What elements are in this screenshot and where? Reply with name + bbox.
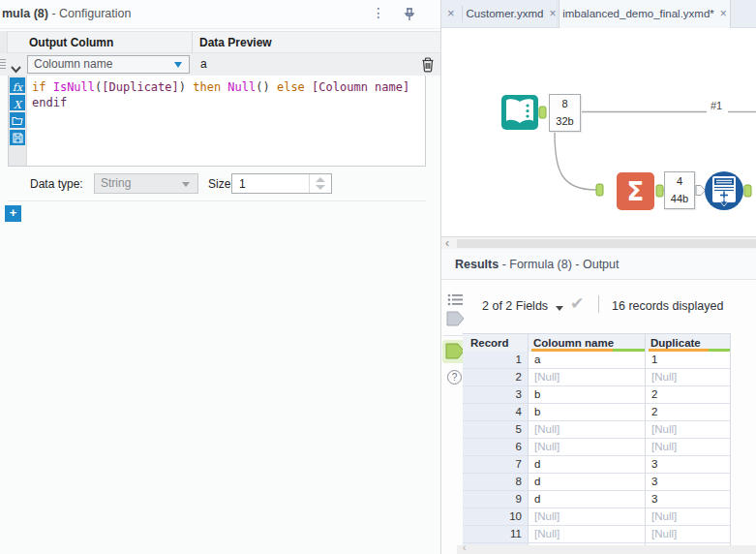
tab-label: Customer.yxmd xyxy=(467,8,544,19)
column-header-record[interactable]: Record xyxy=(463,334,529,352)
data-preview-value: a xyxy=(200,57,207,71)
results-horizontal-scrollbar[interactable]: ‹ xyxy=(457,545,756,554)
scroll-left-icon[interactable]: ‹ xyxy=(445,236,449,250)
apply-check-icon[interactable]: ✔ xyxy=(570,293,584,314)
input-data-tool[interactable] xyxy=(501,95,538,130)
open-folder-icon[interactable] xyxy=(10,112,25,128)
table-row[interactable]: 7d3 xyxy=(463,456,731,474)
data-cell[interactable]: 3 xyxy=(646,491,731,508)
scroll-left-icon[interactable]: ‹ xyxy=(463,542,466,553)
data-cell[interactable]: b xyxy=(529,404,646,421)
formula-editor[interactable]: fx X if IsNull([Duplicate]) then Null() … xyxy=(8,76,426,167)
formula-line: endif xyxy=(32,95,409,110)
data-cell[interactable]: 3 xyxy=(646,474,731,491)
connection-label: #1 xyxy=(709,100,724,111)
table-row[interactable]: 1a1 xyxy=(463,352,731,369)
data-cell[interactable]: d xyxy=(529,474,646,491)
table-row[interactable]: 2[Null][Null] xyxy=(463,369,731,386)
data-cell[interactable]: b xyxy=(529,386,646,404)
table-row[interactable]: 9d3 xyxy=(463,491,731,508)
output-anchor[interactable] xyxy=(744,185,751,197)
help-icon[interactable]: ? xyxy=(447,370,462,385)
record-count: 4 xyxy=(665,172,694,190)
column-header-coloumn-name[interactable]: Coloumn name xyxy=(529,334,646,352)
data-cell[interactable]: [Null] xyxy=(646,526,731,543)
record-number-cell: 4 xyxy=(463,404,529,421)
results-panel: ? 2 of 2 Fields ✔ 16 records displayed R… xyxy=(441,280,756,554)
output-column-dropdown[interactable]: Coloumn name xyxy=(27,55,190,74)
output-anchor[interactable] xyxy=(656,185,663,197)
table-row[interactable]: 11[Null][Null] xyxy=(463,526,731,543)
data-cell[interactable]: [Null] xyxy=(529,439,646,456)
variables-x-icon[interactable]: X xyxy=(10,95,25,110)
fields-selector[interactable]: 2 of 2 Fields xyxy=(482,299,548,313)
dropdown-caret-icon[interactable] xyxy=(556,306,563,311)
stepper-up-icon[interactable] xyxy=(316,177,325,182)
data-cell[interactable]: 1 xyxy=(646,352,731,369)
tab-imbalanced-demo-final-yxmd[interactable]: imbalanced_demo_final.yxmd*× xyxy=(559,0,731,28)
input-anchor[interactable] xyxy=(596,184,603,196)
scrollbar-thumb[interactable] xyxy=(457,239,756,248)
record-number-cell: 8 xyxy=(463,474,529,491)
dropdown-caret-icon xyxy=(174,62,182,68)
formula-expression-text[interactable]: if IsNull([Duplicate]) then Null() else … xyxy=(32,79,409,110)
panel-menu-icon[interactable]: ⋮ xyxy=(372,5,385,20)
data-cell[interactable]: 2 xyxy=(646,386,731,404)
record-number-cell: 5 xyxy=(463,421,529,439)
summarize-tool-annotation[interactable]: 4 44b xyxy=(664,171,695,209)
data-cell[interactable]: [Null] xyxy=(646,508,731,526)
divider xyxy=(598,295,599,313)
add-expression-button[interactable]: + xyxy=(5,205,21,222)
table-row[interactable]: 10[Null][Null] xyxy=(463,508,731,526)
data-cell[interactable]: [Null] xyxy=(646,421,731,439)
tab-close-icon[interactable]: × xyxy=(720,7,727,20)
expression-grid-header: Output Column Data Preview xyxy=(0,31,440,53)
data-cell[interactable]: 2 xyxy=(646,404,731,421)
output-anchor[interactable] xyxy=(539,107,546,118)
tab-customer-yxmd[interactable]: Customer.yxmd× xyxy=(466,0,558,28)
record-number-cell: 11 xyxy=(463,526,529,543)
profile-list-icon[interactable] xyxy=(447,292,464,310)
formula-toolbar: fx X xyxy=(9,76,27,166)
data-cell[interactable]: [Null] xyxy=(646,369,731,386)
table-row[interactable]: 8d3 xyxy=(463,474,731,491)
data-type-row: Data type: String Size: 1 xyxy=(0,171,440,198)
summarize-tool[interactable]: Σ xyxy=(617,172,654,210)
workflow-canvas[interactable]: Σ 8 32b 4 xyxy=(441,28,756,236)
delete-expression-icon[interactable] xyxy=(420,56,436,73)
data-cell[interactable]: a xyxy=(529,352,646,369)
table-row[interactable]: 5[Null][Null] xyxy=(463,421,731,439)
stepper-down-icon[interactable] xyxy=(316,185,325,190)
drag-handle-icon[interactable] xyxy=(0,59,6,69)
functions-fx-icon[interactable]: fx xyxy=(10,77,25,93)
data-cell[interactable]: [Null] xyxy=(529,508,646,526)
data-cell[interactable]: d xyxy=(529,491,646,508)
data-cell[interactable]: [Null] xyxy=(529,421,646,439)
data-quality-bar-green xyxy=(709,349,730,352)
input-anchor-icon[interactable] xyxy=(446,311,465,330)
expression-row[interactable]: Coloumn name a xyxy=(0,53,440,76)
save-icon[interactable] xyxy=(10,130,25,145)
size-stepper[interactable] xyxy=(309,174,331,193)
data-cell[interactable]: [Null] xyxy=(529,369,646,386)
data-type-select[interactable]: String xyxy=(94,173,198,194)
record-number-cell: 1 xyxy=(463,352,529,369)
table-row[interactable]: 3b2 xyxy=(463,386,731,404)
data-cell[interactable]: d xyxy=(529,456,646,474)
table-row[interactable]: 6[Null][Null] xyxy=(463,439,731,456)
input-tool-annotation[interactable]: 8 32b xyxy=(549,94,581,132)
data-cell[interactable]: 3 xyxy=(646,456,731,474)
append-fields-tool[interactable] xyxy=(705,171,743,210)
data-cell[interactable]: [Null] xyxy=(529,526,646,543)
pin-icon[interactable] xyxy=(401,6,418,23)
output-column-value: Coloumn name xyxy=(34,57,112,71)
record-count: 8 xyxy=(550,95,580,112)
tab-close-icon[interactable]: × xyxy=(549,7,556,20)
data-cell[interactable]: [Null] xyxy=(646,439,731,456)
table-row[interactable]: 4b2 xyxy=(463,404,731,421)
column-header-duplicate[interactable]: Duplicate xyxy=(646,334,731,352)
size-input[interactable]: 1 xyxy=(231,173,332,194)
close-icon[interactable]: × xyxy=(447,6,455,20)
record-number-cell: 10 xyxy=(463,508,529,526)
canvas-horizontal-scrollbar[interactable]: ‹ xyxy=(441,236,756,249)
